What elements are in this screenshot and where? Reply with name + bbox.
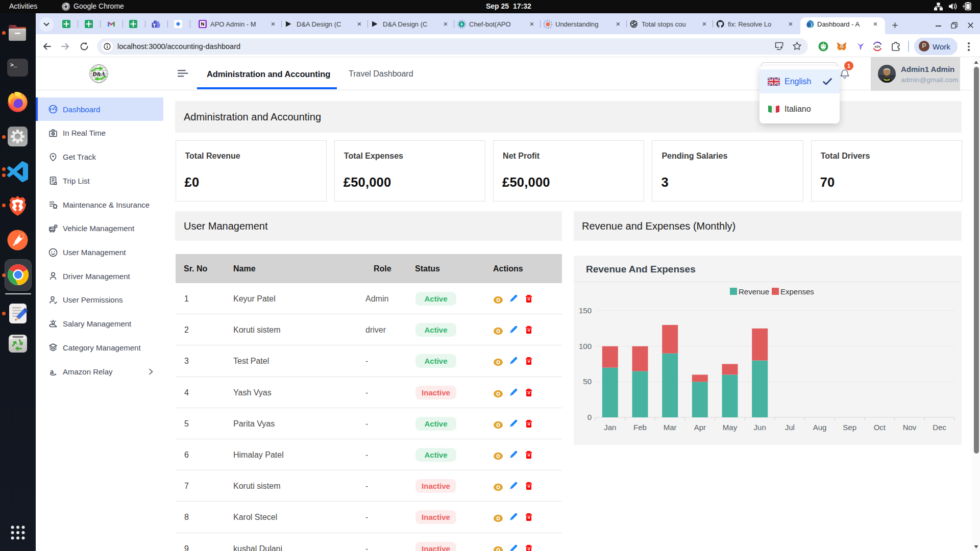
svg-text:D&A: D&A [92, 71, 105, 77]
svg-text:100: 100 [579, 342, 592, 350]
svg-text:Feb: Feb [633, 423, 647, 432]
svg-text:>_: >_ [10, 62, 17, 68]
svg-text:Oct: Oct [874, 423, 886, 432]
svg-text:0: 0 [587, 413, 592, 421]
svg-text:a: a [50, 368, 54, 375]
svg-text:May: May [723, 423, 738, 432]
svg-text:Dec: Dec [933, 423, 946, 432]
svg-text:Apr: Apr [694, 423, 706, 432]
svg-text:Aug: Aug [813, 423, 827, 432]
svg-text:Jun: Jun [754, 423, 766, 432]
svg-text:Mar: Mar [664, 423, 677, 432]
svg-text:50: 50 [583, 377, 592, 386]
svg-text:150: 150 [579, 306, 592, 315]
svg-text:</>: </> [874, 44, 880, 49]
svg-text:Sep: Sep [843, 423, 856, 432]
svg-text:Nov: Nov [903, 423, 917, 432]
svg-text:Jan: Jan [604, 423, 616, 432]
svg-text:Jul: Jul [785, 423, 795, 432]
